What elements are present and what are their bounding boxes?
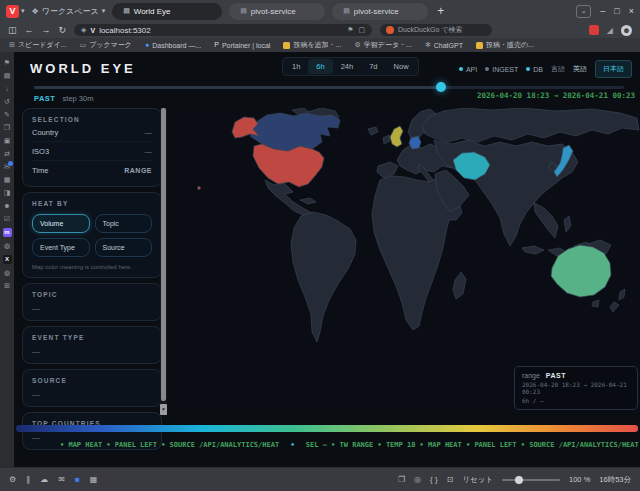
scrollbar-thumb[interactable] [161,108,166,401]
timeline-slider[interactable] [34,86,624,89]
panel-title: TOPIC [32,291,152,298]
workspace-selector[interactable]: ❖ ワークスペース ▾ [32,6,106,17]
range-now-button[interactable]: Now [386,59,417,74]
bookmark-post-sales[interactable]: 投稿・販売の... [476,40,534,50]
page-actions-icon[interactable]: ◎ [414,475,421,484]
tab-pivot-service-2[interactable]: ▤ pivot-service [332,3,428,20]
topic-value: — [32,304,152,313]
country-usa-hawaii[interactable] [198,187,201,190]
minimize-button[interactable]: – [600,6,605,16]
bookmark-folder[interactable]: ▭ ブックマーク [80,40,132,50]
url-text: localhost:5302 [99,26,151,35]
language-japanese-button[interactable]: 日本語 [595,60,632,78]
forward-button[interactable]: → [42,25,51,35]
tab-favicon: ▤ [240,7,247,15]
web-panel-x-icon[interactable]: X [3,255,12,264]
sync-cloud-icon[interactable]: ☁ [40,475,48,484]
new-tab-button[interactable]: + [437,4,444,18]
maximize-button[interactable]: □ [614,6,619,16]
notes-panel-icon[interactable]: ✎ [4,111,10,119]
sidebar-scrollbar[interactable]: ▼ [160,108,167,415]
range-1h-button[interactable]: 1h [284,59,308,74]
vivaldi-menu-button[interactable]: V ▾ [6,5,25,18]
window-panel-icon[interactable]: ❒ [4,124,10,132]
bookmark-flag-icon[interactable]: ⚑ [347,26,353,34]
zoom-value: 100 % [569,475,590,484]
tasks-panel-icon[interactable]: ☑ [4,215,10,223]
trash-tabs-button[interactable]: ⌄ [576,5,591,18]
address-bar[interactable]: ◈ V localhost:5302 ⚑ ▢ [74,24,372,36]
bookmark-chatgpt[interactable]: ✻ ChatGPT [425,41,463,49]
status-label: INGEST [492,66,518,73]
back-button[interactable]: ← [25,25,34,35]
clock: 16時53分 [599,475,631,485]
web-panel-globe2-icon[interactable]: ◍ [4,269,10,277]
capture-icon[interactable]: ⊡ [447,475,454,484]
bookmark-label: Portainer | local [222,42,271,49]
tab-world-eye[interactable]: ▤ World Eye [112,3,222,20]
heat-by-source-button[interactable]: Source [95,238,153,257]
bookmark-label: ChatGPT [434,42,463,49]
heat-by-topic-button[interactable]: Topic [95,214,153,233]
tab-bar: V ▾ ❖ ワークスペース ▾ ▤ World Eye ▤ pivot-serv… [0,0,640,22]
tiling-icon[interactable]: ∥ [26,475,30,484]
reload-button[interactable]: ↻ [59,25,67,35]
web-panel-globe-icon[interactable]: ◍ [4,242,10,250]
close-button[interactable]: × [629,6,634,16]
sync-panel-icon[interactable]: ⇄ [4,150,10,158]
bookmarks-panel-icon[interactable]: ⚑ [4,59,10,67]
zoom-slider-handle[interactable] [515,476,523,484]
bookmark-speed-dial[interactable]: ⊞ スピードダイ... [9,40,67,50]
zoom-slider[interactable] [502,479,560,481]
timeline-handle[interactable] [436,82,446,92]
profile-avatar[interactable]: ☻ [621,25,632,36]
heat-by-event-type-button[interactable]: Event Type [32,238,90,257]
downloads-panel-icon[interactable]: ↓ [5,85,9,93]
print-panel-icon[interactable]: ▣ [4,137,11,145]
feeds-panel-icon[interactable]: ◨ [4,189,11,197]
range-24h-button[interactable]: 24h [333,59,362,74]
mail-status-icon[interactable]: ✉ [58,475,65,484]
toggle-images-icon[interactable]: ❐ [398,475,405,484]
status-ticker: • MAP HEAT • PANEL LEFT • SOURCE /API/AN… [14,441,640,453]
code-icon[interactable]: { } [430,475,438,484]
panel-toggle-icon[interactable]: ◫ [8,25,17,35]
tasks-status-icon[interactable]: ▦ [90,475,98,484]
ticker-segment: SEL — • TW RANGE • TEMP 10 • MAP HEAT • … [306,441,639,449]
add-web-panel-icon[interactable]: ⊞ [4,282,10,290]
reader-view-icon[interactable]: ▢ [358,26,365,34]
reading-list-panel-icon[interactable]: ▤ [4,72,11,80]
row-label: ISO3 [32,147,49,156]
overlay-window-text: 6h / — [522,397,630,404]
bookmark-post-add[interactable]: 投稿を追加・... [283,40,341,50]
country-germany[interactable] [409,136,421,149]
calendar-panel-icon[interactable]: ▦ [4,176,11,184]
status-label: API [466,66,477,73]
mail-panel-icon[interactable]: ✉ [4,163,10,171]
zoom-reset-button[interactable]: リセット [462,475,493,485]
language-english-button[interactable]: 英語 [573,64,587,74]
panel-title: SELECTION [32,116,152,123]
extension-icon[interactable] [589,25,599,35]
bookmark-learning-data[interactable]: ⚙ 学習データ・... [354,40,411,50]
heat-by-volume-button[interactable]: Volume [32,214,90,233]
pin-icon[interactable]: ◢ [607,26,613,35]
contacts-panel-icon[interactable]: ☻ [3,202,10,210]
status-ingest: INGEST [485,66,518,73]
range-6h-button[interactable]: 6h [308,59,332,74]
post-add-favicon [283,42,290,49]
web-panel-m-icon[interactable]: m [3,228,12,237]
heat-color-scale [16,418,638,425]
search-field[interactable]: DuckDuckGo で検索 [380,24,492,36]
history-panel-icon[interactable]: ↺ [4,98,10,106]
settings-icon[interactable]: ⚙ [9,475,16,484]
scrollbar-down-arrow[interactable]: ▼ [160,404,167,415]
tab-title: World Eye [134,7,171,16]
heat-by-caption: Map color meaning is controlled here. [32,264,152,270]
bookmark-portainer[interactable]: P Portainer | local [214,41,270,49]
event-type-panel: EVENT TYPE — [22,326,162,364]
theme-icon[interactable]: ■ [75,475,80,484]
range-7d-button[interactable]: 7d [361,59,385,74]
bookmark-dashboard[interactable]: ● Dashboard —... [145,41,201,49]
tab-pivot-service-1[interactable]: ▤ pivot-service [229,3,325,20]
